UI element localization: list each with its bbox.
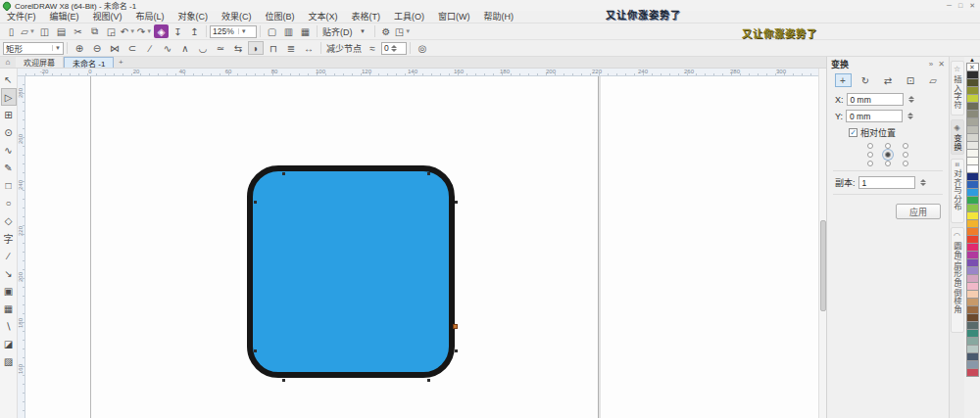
- smart-fill-tool[interactable]: ▨: [1, 352, 17, 370]
- transparency-tool[interactable]: ▦: [1, 300, 17, 317]
- curve-smoothness-input[interactable]: 0: [381, 42, 407, 55]
- paste-button[interactable]: ◲: [104, 24, 119, 38]
- artistic-media-tool[interactable]: ✎: [1, 159, 17, 176]
- transform-mode-skew[interactable]: ▱: [925, 73, 942, 87]
- break-curve-button[interactable]: ⊂: [124, 41, 140, 55]
- menu-bitmaps[interactable]: 位图(B): [259, 11, 302, 23]
- menu-window[interactable]: 窗口(W): [431, 11, 477, 23]
- color-eyedropper-tool[interactable]: ∖: [1, 317, 17, 335]
- docker-tab-transform[interactable]: ◈变换: [951, 119, 964, 155]
- undo-button[interactable]: ↶▼: [121, 24, 135, 38]
- home-tab[interactable]: ⌂: [0, 57, 16, 68]
- copies-stepper[interactable]: [920, 179, 926, 186]
- show-rulers-button[interactable]: ▥: [281, 24, 296, 38]
- menu-tools[interactable]: 工具(O): [387, 11, 431, 23]
- ellipse-tool[interactable]: ○: [1, 194, 17, 211]
- node-marker[interactable]: [282, 379, 285, 382]
- docker-close-button[interactable]: ✕: [938, 60, 945, 69]
- node-marker[interactable]: [455, 349, 458, 352]
- anchor-radio-4[interactable]: [867, 152, 873, 158]
- menu-text[interactable]: 文本(X): [302, 11, 345, 23]
- smooth-node-button[interactable]: ◡: [195, 41, 211, 55]
- reduce-nodes-label[interactable]: 减少节点: [326, 42, 362, 55]
- docker-collapse-button[interactable]: »: [929, 60, 933, 69]
- node-marker[interactable]: [254, 201, 257, 204]
- application-launcher-button[interactable]: ◳▼: [396, 24, 411, 38]
- apply-button[interactable]: 应用: [896, 204, 941, 219]
- search-content-button[interactable]: ◈: [154, 24, 169, 38]
- vertical-ruler[interactable]: 280260240220200180160: [18, 76, 25, 418]
- preset-combo[interactable]: 矩形 ▼: [3, 42, 64, 55]
- convert-to-line-button[interactable]: ∕: [142, 41, 158, 55]
- node-marker[interactable]: [455, 201, 458, 204]
- docker-tab-insert-character[interactable]: ☆插入字符: [951, 61, 964, 116]
- anchor-radio-3[interactable]: [903, 143, 908, 149]
- open-button[interactable]: ▱▼: [21, 24, 35, 38]
- box-selection-mode-button[interactable]: ◎: [415, 41, 430, 55]
- print-button[interactable]: ▤: [54, 24, 69, 38]
- snap-dropdown-icon[interactable]: ▼: [356, 24, 370, 38]
- node-marker[interactable]: [427, 379, 430, 382]
- transform-mode-rotate[interactable]: ↻: [858, 73, 874, 87]
- node-marker[interactable]: [427, 172, 430, 175]
- document-tab-untitled-1[interactable]: 未命名 -1: [64, 57, 114, 68]
- close-curve-button[interactable]: ◗: [248, 41, 264, 55]
- anchor-radio-6[interactable]: [903, 152, 908, 158]
- new-document-tab-button[interactable]: +: [114, 57, 127, 68]
- symmetrical-node-button[interactable]: ≃: [213, 41, 228, 55]
- menu-layout[interactable]: 布局(L): [129, 11, 172, 23]
- menu-effects[interactable]: 效果(C): [215, 11, 259, 23]
- zoom-level-combo[interactable]: 125% ▼: [210, 25, 257, 38]
- close-button[interactable]: ✕: [969, 2, 975, 10]
- pick-tool[interactable]: ↖: [1, 70, 17, 88]
- transform-mode-size[interactable]: ⊡: [903, 73, 919, 87]
- rounded-rectangle-shape[interactable]: [247, 165, 455, 378]
- copies-input[interactable]: 1: [858, 176, 915, 189]
- delete-node-button[interactable]: ⊖: [89, 41, 105, 55]
- extract-subpath-button[interactable]: ⊓: [266, 41, 281, 55]
- anchor-radio-2[interactable]: [885, 143, 891, 149]
- convert-to-curve-button[interactable]: ∿: [160, 41, 175, 55]
- freehand-tool[interactable]: ∿: [1, 141, 17, 159]
- node-marker[interactable]: [254, 349, 257, 352]
- redo-button[interactable]: ↷▼: [137, 24, 152, 38]
- new-document-button[interactable]: ▯: [4, 24, 19, 38]
- cusp-node-button[interactable]: ∧: [177, 41, 193, 55]
- transform-mode-position[interactable]: +: [835, 73, 852, 87]
- transform-mode-scale-mirror[interactable]: ⇄: [880, 73, 897, 87]
- menu-edit[interactable]: 编辑(E): [43, 11, 86, 23]
- x-input[interactable]: 0 mm: [847, 93, 904, 106]
- palette-swatch-c84a5a[interactable]: [966, 368, 979, 377]
- relative-position-checkbox[interactable]: ✓: [849, 128, 858, 137]
- join-nodes-button[interactable]: ⋈: [107, 41, 122, 55]
- menu-help[interactable]: 帮助(H): [477, 11, 521, 23]
- export-button[interactable]: ↥: [187, 24, 202, 38]
- maximize-button[interactable]: □: [958, 2, 962, 10]
- smoothness-stepper[interactable]: [391, 45, 397, 52]
- anchor-radio-1[interactable]: [867, 143, 873, 149]
- drop-shadow-tool[interactable]: ▣: [1, 282, 17, 300]
- text-tool[interactable]: 字: [1, 229, 17, 247]
- node-marker[interactable]: [282, 172, 285, 175]
- anchor-radio-9[interactable]: [903, 161, 908, 166]
- copy-button[interactable]: ⧉: [87, 24, 102, 38]
- parallel-dimension-tool[interactable]: ∕: [1, 247, 17, 264]
- options-button[interactable]: ⚙: [379, 24, 394, 38]
- menu-view[interactable]: 视图(V): [86, 11, 129, 23]
- menu-object[interactable]: 对象(C): [172, 11, 216, 23]
- drawing-canvas[interactable]: [25, 76, 818, 418]
- full-screen-preview-button[interactable]: ▢: [265, 24, 279, 38]
- reflect-nodes-horizontally-button[interactable]: ↔: [301, 41, 317, 55]
- anchor-radio-7[interactable]: [867, 161, 873, 166]
- document-tab-welcome-screen[interactable]: 欢迎屏幕: [16, 57, 64, 68]
- docker-tab-align-distribute[interactable]: ≡对齐与分布: [951, 159, 964, 223]
- show-grid-button[interactable]: ▦: [298, 24, 313, 38]
- interactive-fill-tool[interactable]: ◪: [1, 335, 17, 352]
- anchor-radio-5[interactable]: [885, 152, 891, 158]
- polygon-tool[interactable]: ◇: [1, 211, 17, 229]
- reverse-direction-button[interactable]: ⇆: [230, 41, 246, 55]
- y-stepper[interactable]: [907, 113, 913, 119]
- import-button[interactable]: ↧: [171, 24, 185, 38]
- minimize-button[interactable]: ─: [947, 2, 952, 10]
- horizontal-ruler[interactable]: -200204060801001201401601802002202402602…: [18, 69, 818, 76]
